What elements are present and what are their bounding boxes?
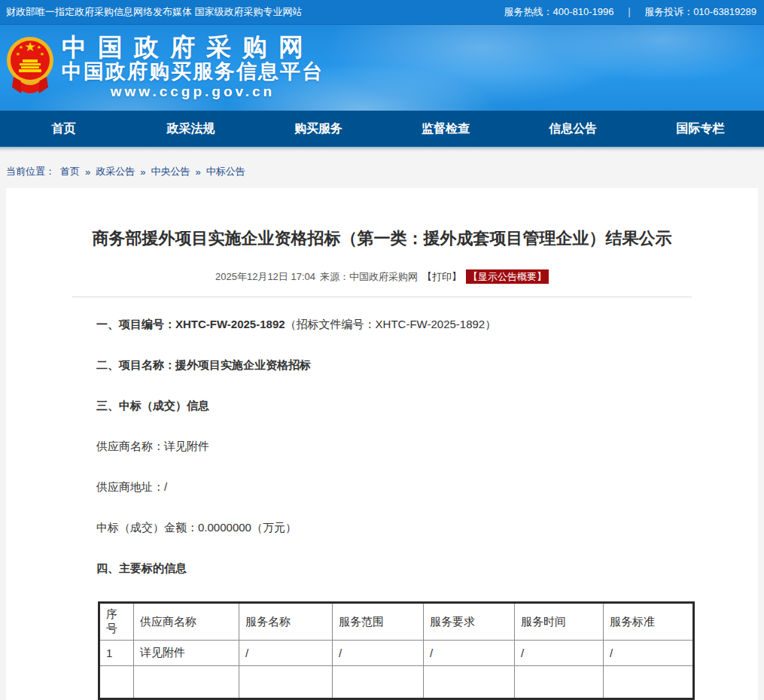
svg-text:★: ★: [40, 51, 44, 56]
breadcrumb-item-central-announcements[interactable]: 中央公告: [151, 165, 190, 178]
national-emblem-icon: ★ ★ ★ ★ ★: [6, 35, 54, 101]
article-source: 来源：中国政府采购网: [320, 270, 418, 284]
svg-text:★: ★: [37, 44, 41, 50]
service-complaint: 服务投诉：010-63819289: [644, 5, 756, 19]
nav-item-supervision[interactable]: 监督检查: [382, 111, 510, 147]
show-summary-button[interactable]: 【显示公告概要】: [466, 269, 549, 284]
col-header-service-requirement: 服务要求: [424, 603, 515, 641]
main-nav: 首页 政采法规 购买服务 监督检查 信息公告 国际专栏: [0, 111, 764, 147]
site-header: ★ ★ ★ ★ ★ 中国政府采购网 中国政府购买服务信息平台 www.ccgp.…: [0, 25, 764, 111]
site-logo[interactable]: ★ ★ ★ ★ ★ 中国政府采购网 中国政府购买服务信息平台 www.ccgp.…: [6, 35, 324, 101]
breadcrumb-item-zhengcai-gonggao[interactable]: 政采公告: [96, 165, 135, 178]
article-content: 商务部援外项目实施企业资格招标（第一类：援外成套项目管理企业）结果公示 2025…: [6, 188, 758, 700]
nav-shadow-strip: [0, 147, 764, 153]
svg-text:★: ★: [16, 51, 20, 56]
site-subtitle: 中国政府购买服务信息平台: [62, 60, 324, 83]
table-header-row: 序号 供应商名称 服务名称 服务范围 服务要求 服务时间 服务标准: [99, 603, 694, 641]
col-header-service-name: 服务名称: [239, 603, 333, 641]
nav-item-announcements[interactable]: 信息公告: [510, 111, 637, 147]
col-header-service-time: 服务时间: [515, 603, 604, 641]
col-header-seq: 序号: [99, 603, 134, 641]
paragraph-supplier-address: 供应商地址：/: [96, 479, 698, 495]
brand-text: 中国政府采购网 中国政府购买服务信息平台 www.ccgp.gov.cn: [62, 35, 324, 101]
topbar-separator: ｜: [624, 5, 634, 19]
site-name: 中国政府采购网: [62, 35, 324, 60]
paragraph-main-lot-heading: 四、主要标的信息: [96, 561, 698, 576]
breadcrumb-item-award-announcements[interactable]: 中标公告: [206, 165, 245, 178]
page-title: 商务部援外项目实施企业资格招标（第一类：援外成套项目管理企业）结果公示: [6, 188, 758, 250]
nav-item-purchase-services[interactable]: 购买服务: [254, 111, 382, 147]
table-row: 1 详见附件 / / / / /: [99, 641, 694, 666]
service-hotline: 服务热线：400-810-1996: [504, 5, 613, 19]
svg-text:★: ★: [19, 44, 23, 50]
paragraph-award-amount: 中标（成交）金额：0.0000000（万元）: [96, 520, 698, 535]
paragraph-project-number: 一、项目编号：XHTC-FW-2025-1892（招标文件编号：XHTC-FW-…: [96, 317, 698, 332]
print-button[interactable]: 【打印】: [422, 270, 461, 284]
lot-table-wrap: 序号 供应商名称 服务名称 服务范围 服务要求 服务时间 服务标准 1 详见附件…: [6, 601, 758, 700]
topbar: 财政部唯一指定政府采购信息网络发布媒体 国家级政府采购专业网站 服务热线：400…: [0, 0, 764, 25]
col-header-service-scope: 服务范围: [333, 603, 424, 641]
nav-item-international[interactable]: 国际专栏: [637, 111, 764, 147]
breadcrumb-separator: »: [85, 166, 90, 178]
svg-text:★: ★: [24, 40, 35, 54]
article-body: 一、项目编号：XHTC-FW-2025-1892（招标文件编号：XHTC-FW-…: [6, 297, 758, 576]
paragraph-supplier-name: 供应商名称：详见附件: [96, 439, 698, 454]
article-meta: 2025年12月12日 17:04 来源：中国政府采购网 【打印】 【显示公告概…: [6, 269, 758, 284]
table-row: [99, 666, 694, 699]
col-header-supplier: 供应商名称: [134, 603, 239, 641]
publish-date: 2025年12月12日 17:04: [215, 270, 315, 284]
paragraph-award-info-heading: 三、中标（成交）信息: [96, 398, 698, 413]
paragraph-project-name: 二、项目名称：援外项目实施企业资格招标: [96, 358, 698, 373]
breadcrumb: 当前位置： 首页 » 政采公告 » 中央公告 » 中标公告: [0, 153, 764, 188]
breadcrumb-separator: »: [140, 166, 145, 178]
topbar-slogan: 财政部唯一指定政府采购信息网络发布媒体 国家级政府采购专业网站: [6, 5, 303, 19]
breadcrumb-prefix: 当前位置：: [6, 165, 55, 178]
breadcrumb-separator: »: [195, 166, 200, 178]
breadcrumb-item-home[interactable]: 首页: [60, 165, 80, 178]
nav-item-regulations[interactable]: 政采法规: [127, 111, 254, 147]
site-url: www.ccgp.gov.cn: [62, 83, 324, 101]
nav-item-home[interactable]: 首页: [0, 111, 127, 147]
topbar-contacts: 服务热线：400-810-1996 ｜ 服务投诉：010-63819289: [504, 5, 756, 19]
lot-info-table: 序号 供应商名称 服务名称 服务范围 服务要求 服务时间 服务标准 1 详见附件…: [98, 601, 695, 700]
col-header-service-standard: 服务标准: [604, 603, 694, 641]
